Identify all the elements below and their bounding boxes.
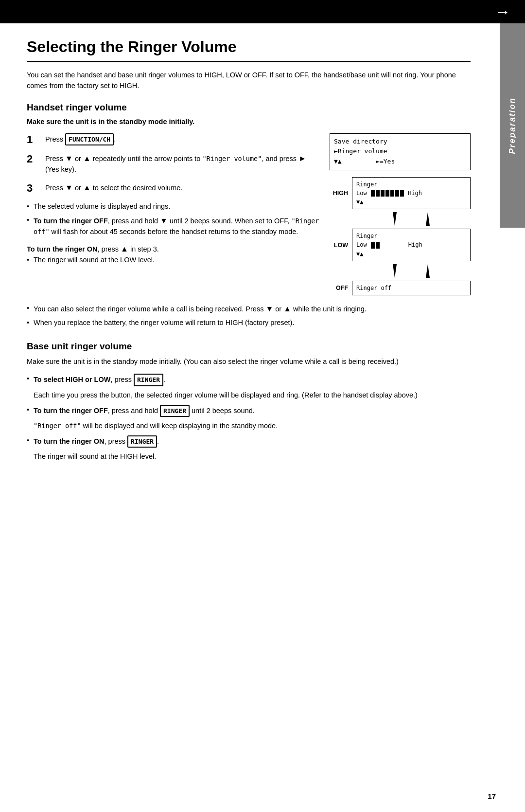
- main-content: Selecting the Ringer Volume You can set …: [0, 23, 500, 486]
- base-bullet-on-detail: The ringer will sound at the HIGH level.: [27, 451, 471, 462]
- base-bullet-on: To turn the ringer ON, press RINGER.: [27, 435, 471, 448]
- base-unit-intro: Make sure the unit is in the standby mod…: [27, 357, 471, 367]
- bullet-low-level: The ringer will sound at the LOW level.: [27, 255, 320, 266]
- base-unit-header: Base unit ringer volume: [27, 341, 471, 352]
- step-3-content: Press ▼ or ▲ to select the desired volum…: [45, 182, 182, 194]
- high-ringer-line: Ringer: [356, 180, 466, 189]
- steps-column: 1 Press FUNCTION/CH. 2 Press ▼ or ▲ repe…: [27, 133, 320, 269]
- steps-display-row: 1 Press FUNCTION/CH. 2 Press ▼ or ▲ repe…: [27, 133, 471, 295]
- off-display: Ringer off: [352, 281, 471, 295]
- step-3: 3 Press ▼ or ▲ to select the desired vol…: [27, 182, 320, 195]
- base-unit-section: Base unit ringer volume Make sure the un…: [27, 341, 471, 463]
- top-arrow-icon: →: [495, 3, 510, 21]
- base-bullet-off-detail: "Ringer off" will be displayed and will …: [27, 421, 471, 432]
- base-bullet-off: To turn the ringer OFF, press and hold R…: [27, 405, 471, 417]
- intro-paragraph: You can set the handset and base unit ri…: [27, 70, 471, 91]
- low-off-arrows: [330, 262, 471, 280]
- low-bar: [370, 241, 380, 250]
- svg-marker-1: [426, 212, 430, 226]
- extra-bullets-section: You can also select the ringer volume wh…: [27, 303, 471, 328]
- bullet-selected-volume: The selected volume is displayed and rin…: [27, 201, 320, 212]
- sidebar-tab: Preparation: [500, 23, 525, 228]
- save-directory-line: Save directory: [334, 137, 466, 147]
- low-ringer-line: Ringer: [356, 232, 466, 240]
- handset-section-header: Handset ringer volume: [27, 102, 471, 113]
- svg-marker-3: [426, 264, 430, 278]
- ringer-volume-line: ►Ringer volume: [334, 146, 466, 157]
- high-bar-line: Low High: [356, 189, 466, 198]
- display-column: Save directory ►Ringer volume ▼▲ ►=Yes H…: [330, 133, 471, 295]
- page-container: → Preparation Selecting the Ringer Volum…: [0, 0, 525, 812]
- high-bar: [370, 189, 404, 198]
- standby-note: Make sure the unit is in the standby mod…: [27, 118, 471, 126]
- step-2: 2 Press ▼ or ▲ repeatedly until the arro…: [27, 153, 320, 175]
- off-label: OFF: [330, 285, 348, 291]
- high-row: HIGH Ringer Low High ▼▲: [330, 177, 471, 210]
- step-1-content: Press FUNCTION/CH.: [45, 133, 116, 146]
- step-3-number: 3: [27, 182, 40, 195]
- svg-marker-0: [393, 212, 397, 226]
- off-ringer-line: Ringer off: [356, 284, 466, 292]
- volume-diagram: HIGH Ringer Low High ▼▲: [330, 177, 471, 295]
- step-1: 1 Press FUNCTION/CH.: [27, 133, 320, 146]
- lcd-display-top: Save directory ►Ringer volume ▼▲ ►=Yes: [330, 133, 471, 170]
- bullet-turn-off: To turn the ringer OFF, press and hold ▼…: [27, 215, 320, 237]
- top-bar: →: [0, 0, 525, 23]
- ringer-key-1: RINGER: [134, 374, 163, 386]
- low-label: LOW: [330, 242, 348, 249]
- low-display: Ringer Low High ▼▲: [352, 229, 471, 261]
- turn-on-note: To turn the ringer ON, press ▲ in step 3…: [27, 243, 320, 255]
- extra-bullet-2: When you replace the battery, the ringer…: [27, 318, 471, 328]
- ringer-key-3: RINGER: [127, 435, 157, 448]
- arrow-yes-line: ▼▲ ►=Yes: [334, 157, 466, 167]
- step-1-number: 1: [27, 133, 40, 146]
- high-label: HIGH: [330, 190, 348, 197]
- step-2-number: 2: [27, 153, 40, 165]
- base-bullet-select-detail: Each time you press the button, the sele…: [27, 390, 471, 401]
- high-low-arrows: [330, 210, 471, 228]
- low-row: LOW Ringer Low High ▼▲: [330, 229, 471, 261]
- arrows-svg: [382, 210, 440, 228]
- off-row: OFF Ringer off: [330, 281, 471, 295]
- high-arrow-line: ▼▲: [356, 198, 466, 206]
- function-ch-key: FUNCTION/CH: [65, 133, 114, 146]
- extra-bullet-1: You can also select the ringer volume wh…: [27, 303, 471, 315]
- ringer-key-2: RINGER: [160, 405, 190, 417]
- svg-marker-2: [393, 264, 397, 278]
- sidebar-label: Preparation: [508, 97, 517, 154]
- arrows-svg-2: [382, 262, 440, 280]
- high-display: Ringer Low High ▼▲: [352, 177, 471, 210]
- page-number: 17: [488, 792, 496, 800]
- base-bullet-select: To select HIGH or LOW, press RINGER.: [27, 374, 471, 386]
- low-arrow-line: ▼▲: [356, 250, 466, 258]
- page-title: Selecting the Ringer Volume: [27, 38, 471, 62]
- step-2-content: Press ▼ or ▲ repeatedly until the arrow …: [45, 153, 320, 175]
- low-bar-line: Low High: [356, 240, 466, 250]
